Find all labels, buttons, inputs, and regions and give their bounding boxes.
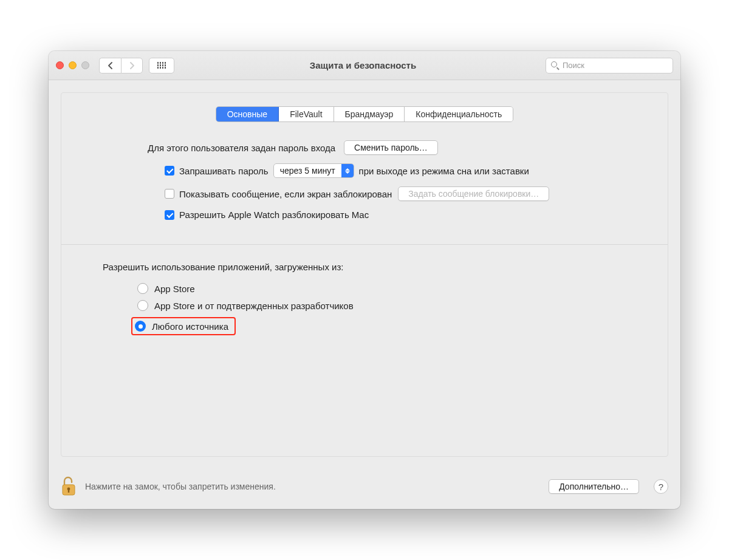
- require-password-checkbox[interactable]: [165, 166, 174, 176]
- gatekeeper-title: Разрешить использование приложений, загр…: [103, 262, 649, 272]
- tab-firewall[interactable]: Брандмауэр: [334, 107, 405, 121]
- radio-anywhere-label: Любого источника: [152, 321, 228, 332]
- delay-dropdown[interactable]: через 5 минут: [273, 163, 354, 178]
- allow-apple-watch-checkbox[interactable]: [165, 210, 174, 220]
- tab-filevault[interactable]: FileVault: [279, 107, 334, 121]
- lock-hint-text: Нажмите на замок, чтобы запретить измене…: [85, 482, 540, 491]
- footer: Нажмите на замок, чтобы запретить измене…: [49, 469, 680, 509]
- search-input[interactable]: [563, 61, 668, 70]
- change-password-button[interactable]: Сменить пароль…: [344, 140, 438, 155]
- radio-identified-label: App Store и от подтвержденных разработчи…: [154, 301, 354, 311]
- radio-appstore-row: App Store: [137, 283, 649, 294]
- window-title: Защита и безопасность: [180, 60, 546, 70]
- password-set-label: Для этого пользователя задан пароль вход…: [148, 143, 335, 153]
- lock-button[interactable]: [61, 476, 77, 497]
- set-lock-message-button: Задать сообщение блокировки…: [398, 186, 549, 201]
- window-controls: [56, 61, 89, 69]
- search-field[interactable]: [546, 58, 673, 73]
- help-button[interactable]: ?: [654, 479, 668, 494]
- require-password-label: Запрашивать пароль: [179, 166, 269, 176]
- advanced-button[interactable]: Дополнительно…: [549, 479, 639, 494]
- close-window-button[interactable]: [56, 61, 64, 69]
- show-message-row: Показывать сообщение, если экран заблоки…: [165, 186, 625, 201]
- tabs-container: Основные FileVault Брандмауэр Конфиденци…: [80, 106, 649, 122]
- show-message-checkbox[interactable]: [165, 189, 174, 199]
- settings-panel: Основные FileVault Брандмауэр Конфиденци…: [61, 92, 668, 457]
- chevron-right-icon: [129, 62, 135, 69]
- password-set-row: Для этого пользователя задан пароль вход…: [148, 140, 625, 155]
- show-all-button[interactable]: [149, 58, 174, 73]
- unlocked-lock-icon: [61, 476, 77, 497]
- radio-anywhere-row: Любого источника: [134, 317, 649, 335]
- allow-apple-watch-label: Разрешить Apple Watch разблокировать Mac: [179, 210, 369, 220]
- radio-identified[interactable]: [137, 300, 148, 311]
- radio-anywhere[interactable]: [135, 321, 146, 332]
- highlight-box: Любого источника: [131, 317, 236, 335]
- form-area: Для этого пользователя задан пароль вход…: [80, 140, 649, 220]
- tab-privacy[interactable]: Конфиденциальность: [405, 107, 513, 121]
- forward-button[interactable]: [121, 58, 143, 73]
- grid-icon: [157, 62, 166, 69]
- svg-rect-2: [68, 490, 69, 493]
- delay-value: через 5 минут: [274, 166, 341, 176]
- tabbar: Основные FileVault Брандмауэр Конфиденци…: [216, 106, 514, 122]
- back-button[interactable]: [99, 58, 121, 73]
- require-password-row: Запрашивать пароль через 5 минут при вых…: [165, 163, 625, 178]
- titlebar: Защита и безопасность: [49, 51, 680, 80]
- allow-apple-watch-row: Разрешить Apple Watch разблокировать Mac: [165, 210, 625, 220]
- preferences-window: Защита и безопасность Основные FileVault…: [49, 51, 680, 509]
- nav-buttons: [99, 58, 143, 73]
- search-icon: [551, 61, 559, 69]
- content: Основные FileVault Брандмауэр Конфиденци…: [49, 92, 680, 509]
- radio-appstore-label: App Store: [154, 284, 195, 294]
- chevron-left-icon: [108, 62, 113, 69]
- divider: [61, 244, 668, 245]
- radio-appstore[interactable]: [137, 283, 148, 294]
- after-sleep-label: при выходе из режима сна или заставки: [359, 166, 529, 176]
- tab-general[interactable]: Основные: [216, 107, 279, 121]
- dropdown-arrows-icon: [341, 164, 354, 177]
- minimize-window-button[interactable]: [69, 61, 77, 69]
- zoom-window-button: [81, 61, 89, 69]
- radio-identified-row: App Store и от подтвержденных разработчи…: [137, 300, 649, 311]
- show-message-label: Показывать сообщение, если экран заблоки…: [179, 189, 392, 199]
